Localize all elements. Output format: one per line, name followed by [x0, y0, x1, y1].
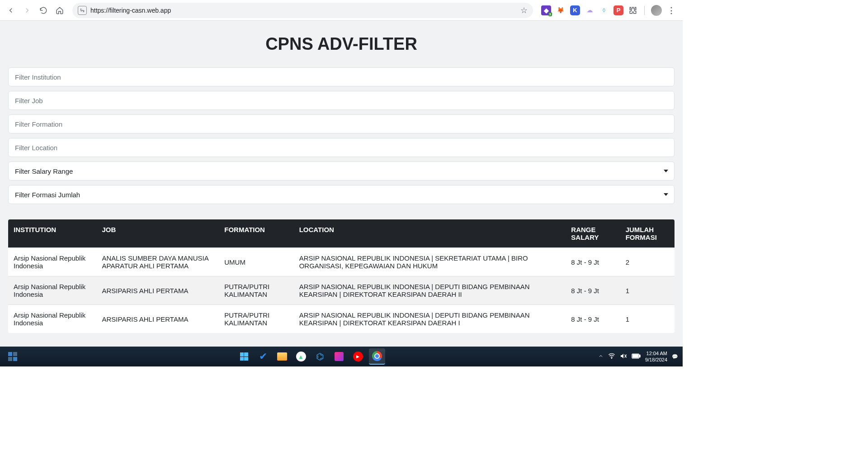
taskbar-app-explorer[interactable] — [274, 348, 290, 365]
cell-jumlah: 1 — [620, 305, 675, 333]
cell-jumlah: 2 — [620, 248, 675, 276]
svg-point-1 — [83, 11, 84, 12]
svg-point-0 — [80, 9, 81, 10]
th-salary: RANGE SALARY — [566, 219, 620, 248]
cell-location: ARSIP NASIONAL REPUBLIK INDONESIA | DEPU… — [294, 305, 566, 333]
th-location: LOCATION — [294, 219, 566, 248]
tray-volume-icon[interactable] — [620, 352, 627, 361]
forward-button[interactable] — [20, 3, 34, 18]
cell-job: ANALIS SUMBER DAYA MANUSIA APARATUR AHLI… — [97, 248, 219, 276]
taskbar-app-jetbrains[interactable] — [331, 348, 347, 365]
table-row: Arsip Nasional Republik IndonesiaARSIPAR… — [8, 305, 675, 333]
cell-salary: 8 Jt - 9 Jt — [566, 276, 620, 305]
cell-institution: Arsip Nasional Republik Indonesia — [8, 276, 97, 305]
cell-institution: Arsip Nasional Republik Indonesia — [8, 305, 97, 333]
tray-notifications-icon[interactable]: 💬 — [672, 354, 678, 360]
taskbar-clock[interactable]: 12:04 AM 9/18/2024 — [645, 350, 667, 363]
cell-job: ARSIPARIS AHLI PERTAMA — [97, 276, 219, 305]
taskbar-app-chrome[interactable] — [369, 348, 385, 365]
th-job: JOB — [97, 219, 219, 248]
page-viewport: CPNS ADV-FILTER Filter Salary Range Filt… — [0, 21, 683, 347]
cell-institution: Arsip Nasional Republik Indonesia — [8, 248, 97, 276]
taskbar-app-youtube[interactable]: ▶ — [350, 348, 366, 365]
ext-icon-k[interactable]: K — [570, 5, 580, 15]
tray-wifi-icon[interactable] — [608, 352, 615, 361]
ext-icon-drop[interactable]: ◊ — [599, 5, 609, 15]
filter-jumlah-select[interactable]: Filter Formasi Jumlah — [8, 185, 675, 204]
cell-location: ARSIP NASIONAL REPUBLIK INDONESIA | SEKR… — [294, 248, 566, 276]
table-header-row: INSTITUTION JOB FORMATION LOCATION RANGE… — [8, 219, 675, 248]
svg-point-2 — [611, 358, 612, 358]
taskbar-app-vscode[interactable]: ⌬ — [312, 348, 328, 365]
page-title: CPNS ADV-FILTER — [8, 34, 675, 54]
home-button[interactable] — [52, 3, 67, 18]
filter-salary-select[interactable]: Filter Salary Range — [8, 162, 675, 181]
table-row: Arsip Nasional Republik IndonesiaARSIPAR… — [8, 276, 675, 305]
cell-jumlah: 1 — [620, 276, 675, 305]
start-button[interactable] — [236, 348, 252, 365]
extensions-area: ◆ 3 🦊 K ☁ ◊ P ⋮ — [538, 5, 679, 16]
filter-job-input[interactable] — [8, 91, 675, 110]
chrome-menu-icon[interactable]: ⋮ — [666, 5, 676, 15]
profile-avatar[interactable] — [651, 5, 662, 16]
bookmark-icon[interactable]: ☆ — [520, 5, 528, 15]
browser-toolbar: https://filtering-casn.web.app ☆ ◆ 3 🦊 K… — [0, 0, 683, 21]
cell-salary: 8 Jt - 9 Jt — [566, 305, 620, 333]
th-institution: INSTITUTION — [8, 219, 97, 248]
metamask-icon[interactable]: 🦊 — [556, 5, 566, 15]
table-row: Arsip Nasional Republik IndonesiaANALIS … — [8, 248, 675, 276]
taskbar-app-android[interactable]: ▲ — [293, 348, 309, 365]
results-table: INSTITUTION JOB FORMATION LOCATION RANGE… — [8, 219, 675, 333]
filter-institution-input[interactable] — [8, 67, 675, 86]
windows-taskbar: ✔ ▲ ⌬ ▶ — [0, 347, 683, 366]
th-jumlah: JUMLAH FORMASI — [620, 219, 675, 248]
cell-formation: PUTRA/PUTRI KALIMANTAN — [219, 276, 293, 305]
tray-chevron-icon[interactable] — [598, 353, 604, 360]
cell-formation: UMUM — [219, 248, 293, 276]
th-formation: FORMATION — [219, 219, 293, 248]
cell-job: ARSIPARIS AHLI PERTAMA — [97, 305, 219, 333]
tray-battery-icon[interactable] — [632, 353, 641, 360]
reload-button[interactable] — [36, 3, 51, 18]
svg-rect-6 — [640, 355, 641, 357]
back-button[interactable] — [4, 3, 18, 18]
ext-icon-p[interactable]: P — [613, 5, 623, 15]
filter-formation-input[interactable] — [8, 114, 675, 133]
ext-icon-cloud[interactable]: ☁ — [585, 5, 594, 15]
widgets-icon[interactable] — [5, 348, 21, 365]
cell-formation: PUTRA/PUTRI KALIMANTAN — [219, 305, 293, 333]
svg-rect-7 — [633, 355, 639, 358]
url-text: https://filtering-casn.web.app — [90, 7, 517, 14]
ext-icon-1[interactable]: ◆ 3 — [541, 5, 551, 15]
extensions-menu-icon[interactable] — [628, 5, 638, 15]
cell-salary: 8 Jt - 9 Jt — [566, 248, 620, 276]
cell-location: ARSIP NASIONAL REPUBLIK INDONESIA | DEPU… — [294, 276, 566, 305]
site-info-icon[interactable] — [78, 6, 87, 15]
taskbar-app-todo[interactable]: ✔ — [255, 348, 271, 365]
filter-location-input[interactable] — [8, 138, 675, 157]
address-bar[interactable]: https://filtering-casn.web.app ☆ — [72, 3, 533, 18]
divider — [644, 6, 645, 15]
